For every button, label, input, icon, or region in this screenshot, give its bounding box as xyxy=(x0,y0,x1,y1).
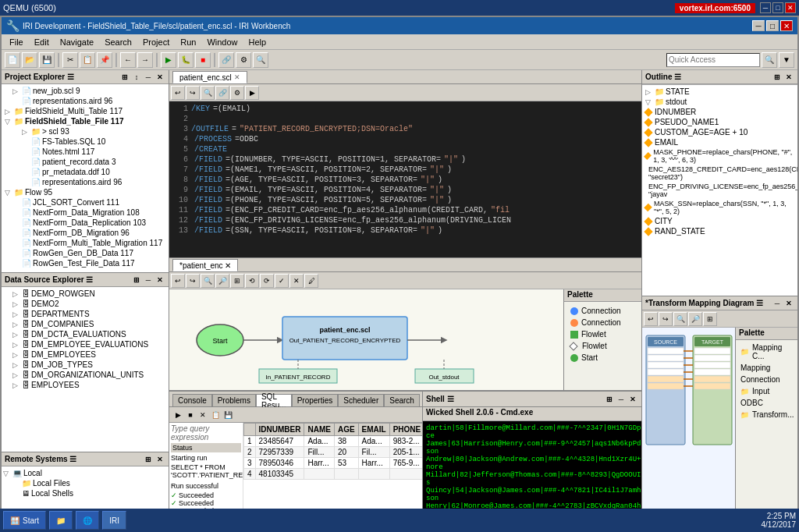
dtb-btn1[interactable]: ↩ xyxy=(171,274,185,288)
tab-console[interactable]: Console xyxy=(172,394,212,406)
list-item[interactable]: 🖥 Local Shells xyxy=(3,488,167,498)
list-item[interactable]: ▷ 🗄 DM_DCTA_EVALUATIONS xyxy=(3,329,167,339)
tb-search-icon[interactable]: 🔍 xyxy=(762,52,777,68)
tree-item[interactable]: ▷ 📁 > scl 93 xyxy=(3,126,167,137)
mapping-palette-item[interactable]: 📁 Input xyxy=(737,385,796,397)
list-item[interactable]: ▽ 💻 Local xyxy=(3,468,167,478)
menu-search[interactable]: Search xyxy=(100,37,137,48)
menu-file[interactable]: File xyxy=(5,37,28,48)
dtb-btn4[interactable]: ⟳ xyxy=(260,274,274,288)
tb-paste-btn[interactable]: 📌 xyxy=(97,52,112,68)
outline-item[interactable]: PSEUDO_NAME1 xyxy=(644,117,796,127)
palette-item-connection1[interactable]: Connection xyxy=(567,305,638,317)
list-item[interactable]: ▷ 🗄 DM_EMPLOYEES xyxy=(3,349,167,360)
quick-access-input[interactable] xyxy=(666,53,760,67)
sync-icon[interactable]: ↕ xyxy=(131,72,142,83)
menu-navigate[interactable]: Navigate xyxy=(55,37,98,48)
list-item[interactable]: ▷ 🗄 DM_ORGANIZATIONAL_UNITS xyxy=(3,370,167,380)
editor-tb-btn5[interactable]: ⚙ xyxy=(230,86,244,100)
outline-item[interactable]: CUSTOM_AGE=AGE + 10 xyxy=(644,127,796,137)
ds-icon2[interactable]: ─ xyxy=(143,275,154,286)
tb-btn5[interactable]: 🔗 xyxy=(218,52,234,68)
flow-canvas[interactable]: Start patient_enc.scl Out_PAT xyxy=(169,289,563,390)
mapping-palette-item[interactable]: 📁 Mapping C... xyxy=(737,342,796,362)
outline-item[interactable]: MASK_SSN=replace_chars(SSN, "*", 1, 3, "… xyxy=(644,199,796,216)
editor-tb-btn3[interactable]: 🔍 xyxy=(201,86,215,100)
palette-item-connection2[interactable]: Connection xyxy=(567,317,638,328)
editor-tb-btn2[interactable]: ↪ xyxy=(186,86,200,100)
list-item[interactable]: ▷ 🗄 DEMO_ROWGEN xyxy=(3,289,167,299)
tb-open-btn[interactable]: 📂 xyxy=(22,52,37,68)
tree-item[interactable]: 📄 NextForm_Data_Migration 108 xyxy=(3,207,167,218)
tm-zoom-in[interactable]: 🔍 xyxy=(673,312,687,326)
cs-btn3[interactable]: ✕ xyxy=(197,410,208,420)
outline-icon1[interactable]: ⊞ xyxy=(772,72,783,83)
tb-btn7[interactable]: 🔍 xyxy=(253,52,268,68)
app-minimize-btn[interactable]: ─ xyxy=(752,20,765,31)
collapse-icon[interactable]: ⊞ xyxy=(119,72,130,83)
dtb-btn5[interactable]: ✓ xyxy=(275,274,289,288)
tab-sql-results[interactable]: SQL Resu... xyxy=(256,394,292,406)
tree-item[interactable]: 📄 patient_record.data 3 xyxy=(3,157,167,167)
editor-tb-btn1[interactable]: ↩ xyxy=(171,86,185,100)
outline-item[interactable]: ENC_FP_DRIVING_LICENSE=enc_fp_aes256_alp… xyxy=(644,182,796,199)
tree-item[interactable]: 📄 RowGen_Gen_DB_Data 117 xyxy=(3,248,167,258)
tab-patient-enc-diagram[interactable]: *patient_enc ✕ xyxy=(172,259,238,271)
menu-run[interactable]: Run xyxy=(176,37,201,48)
outline-item[interactable]: IDNUMBER xyxy=(644,107,796,117)
tree-item[interactable]: ▽ 📁 FieldShield_Table_File 117 xyxy=(3,116,167,126)
outline-close-icon[interactable]: ✕ xyxy=(783,72,794,83)
tree-item[interactable]: 📄 Notes.html 117 xyxy=(3,147,167,157)
cs-btn2[interactable]: ■ xyxy=(185,410,196,420)
mapping-palette-item[interactable]: Mapping xyxy=(737,362,796,374)
palette-item-start[interactable]: Start xyxy=(567,352,638,364)
rs-icon1[interactable]: ⊞ xyxy=(143,454,154,465)
dtb-btn3[interactable]: ⟲ xyxy=(245,274,259,288)
tb-save-btn[interactable]: 💾 xyxy=(39,52,55,68)
list-item[interactable]: ▷ 🗄 DM_JOB_TYPES xyxy=(3,360,167,370)
code-editor[interactable]: 1 /KEY=(EMAIL) 2 3/OUTFILE="PATIENT_RECO… xyxy=(169,101,641,257)
shell-icon1[interactable]: ⊞ xyxy=(604,394,615,405)
dtb-zoom-in[interactable]: 🔍 xyxy=(201,274,215,288)
list-item[interactable]: ▷ 🗄 DM_EMPLOYEE_EVALUATIONS xyxy=(3,339,167,349)
mapping-palette-item[interactable]: Connection xyxy=(737,374,796,385)
taskbar-browser-btn[interactable]: 🌐 xyxy=(76,511,99,530)
table-row[interactable]: 4 48103345 0485-1202-3... xyxy=(244,469,423,480)
tm-btn1[interactable]: ↩ xyxy=(644,312,658,326)
tb-fwd-btn[interactable]: → xyxy=(137,52,153,68)
dtb-btn2[interactable]: ↪ xyxy=(186,274,200,288)
ds-close-icon[interactable]: ✕ xyxy=(154,275,165,286)
tb-btn6[interactable]: ⚙ xyxy=(236,52,251,68)
dtb-fit[interactable]: ⊞ xyxy=(230,274,244,288)
dtb-btn7[interactable]: 🖊 xyxy=(304,274,318,288)
minimize-panel-icon[interactable]: ─ xyxy=(143,72,154,83)
cs-btn5[interactable]: 💾 xyxy=(222,410,233,420)
maximize-btn[interactable]: □ xyxy=(772,2,783,13)
ds-icon1[interactable]: ⊞ xyxy=(131,275,142,286)
tree-item[interactable]: ▽ 📁 Flow 95 xyxy=(3,187,167,197)
tm-close-icon[interactable]: ✕ xyxy=(783,298,794,309)
tb-back-btn[interactable]: ← xyxy=(120,52,136,68)
outline-item[interactable]: ENC_AES128_CREDIT_CARD=enc_aes128(CREDIT… xyxy=(644,165,796,182)
outline-item[interactable]: EMAIL xyxy=(644,137,796,147)
start-button[interactable]: 🪟 Start xyxy=(3,511,46,530)
tree-item[interactable]: 📄 NextForm_Data_Replication 103 xyxy=(3,218,167,228)
tree-item[interactable]: ▷ 📄 new_job.scl 9 xyxy=(3,86,167,96)
app-maximize-btn[interactable]: □ xyxy=(766,20,779,31)
taskbar-files-btn[interactable]: 📁 xyxy=(49,511,73,530)
list-item[interactable]: ▷ 🗄 DM_COMPANIES xyxy=(3,319,167,329)
menu-window[interactable]: Window xyxy=(202,37,242,48)
outline-item[interactable]: RAND_STATE xyxy=(644,226,796,236)
cs-btn1[interactable]: ▶ xyxy=(172,410,183,420)
dtb-btn6[interactable]: ✕ xyxy=(289,274,304,288)
tb-new-btn[interactable]: 📄 xyxy=(5,52,20,68)
tab-scheduler[interactable]: Scheduler xyxy=(338,394,384,406)
editor-tb-btn6[interactable]: ▶ xyxy=(245,86,259,100)
mapping-palette-item[interactable]: ODBC xyxy=(737,397,796,409)
list-item[interactable]: ▷ 🗄 EMPLOYEES xyxy=(3,380,167,390)
menu-help[interactable]: Help xyxy=(244,37,272,48)
tm-zoom-out[interactable]: 🔎 xyxy=(688,312,702,326)
tm-icon1[interactable]: ─ xyxy=(772,298,783,309)
tm-btn2[interactable]: ↪ xyxy=(659,312,673,326)
tab-problems[interactable]: Problems xyxy=(212,394,256,406)
